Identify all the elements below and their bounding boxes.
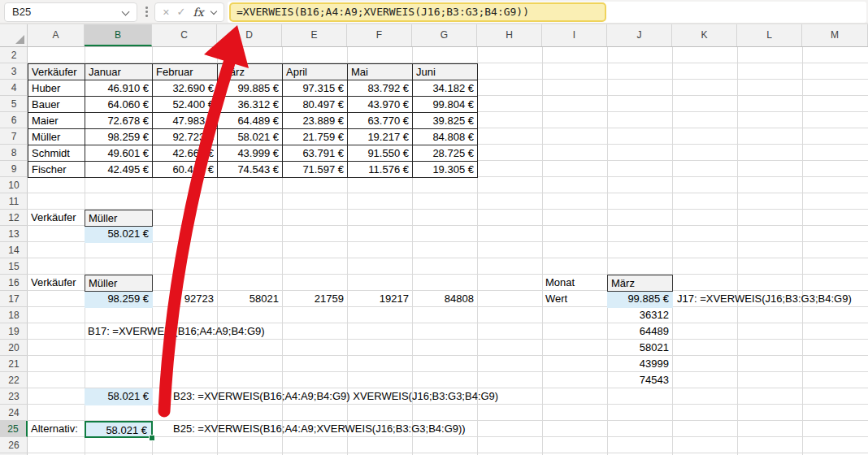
table-cell-E5[interactable]: 80.497 € <box>282 96 348 113</box>
table-cell-G4[interactable]: 34.182 € <box>412 80 478 97</box>
table-cell-D6[interactable]: 64.489 € <box>217 112 283 129</box>
column-header-J[interactable]: J <box>607 24 672 46</box>
table-cell-E7[interactable]: 21.759 € <box>282 128 348 145</box>
row-header-25[interactable]: 25 <box>0 421 28 437</box>
num-e17[interactable]: 21759 <box>282 291 348 308</box>
formula-bar-chevron-down-icon[interactable] <box>210 8 217 15</box>
table-cell-B9[interactable]: 42.495 € <box>85 161 153 178</box>
table-cell-C4[interactable]: 32.690 € <box>152 80 218 97</box>
table-header-F3[interactable]: Mai <box>347 63 413 80</box>
row-header-20[interactable]: 20 <box>0 340 28 356</box>
table-cell-A8[interactable]: Schmidt <box>28 145 85 162</box>
result-j17[interactable]: 99.885 € <box>607 291 673 308</box>
table-cell-F8[interactable]: 91.550 € <box>347 145 413 162</box>
row-header-6[interactable]: 6 <box>0 112 28 128</box>
note-b25[interactable]: B25: =XVERWEIS(B16;A4:A9;XVERWEIS(J16;B3… <box>173 421 466 438</box>
table-cell-C6[interactable]: 47.983 € <box>152 112 218 129</box>
label-wert[interactable]: Wert <box>542 291 567 308</box>
num-c17[interactable]: 92723 <box>152 291 218 308</box>
row-header-7[interactable]: 7 <box>0 128 28 145</box>
name-box[interactable]: B25 <box>4 2 137 22</box>
row-header-17[interactable]: 17 <box>0 291 28 307</box>
row-header-11[interactable]: 11 <box>0 193 28 210</box>
formula-bar-input[interactable]: =XVERWEIS(B16;A4:A9;XVERWEIS(J16;B3:G3;B… <box>229 2 606 22</box>
table-header-G3[interactable]: Juni <box>412 63 478 80</box>
row-header-26[interactable]: 26 <box>0 437 28 453</box>
num-j21[interactable]: 43999 <box>607 356 673 373</box>
table-cell-D7[interactable]: 58.021 € <box>217 128 283 145</box>
table-cell-F6[interactable]: 63.770 € <box>347 112 413 129</box>
row-header-23[interactable]: 23 <box>0 388 28 405</box>
table-cell-A6[interactable]: Maier <box>28 112 85 129</box>
column-header-C[interactable]: C <box>152 24 217 46</box>
table-cell-B4[interactable]: 46.910 € <box>85 80 153 97</box>
column-header-B[interactable]: B <box>85 24 152 46</box>
table-cell-G6[interactable]: 39.825 € <box>412 112 478 129</box>
table-cell-G9[interactable]: 19.305 € <box>412 161 478 178</box>
row-header-22[interactable]: 22 <box>0 372 28 388</box>
cancel-icon[interactable]: × <box>163 6 169 18</box>
table-cell-C8[interactable]: 42.663 € <box>152 145 218 162</box>
table-cell-C5[interactable]: 52.400 € <box>152 96 218 113</box>
label-verkaeufer-12[interactable]: Verkäufer <box>28 210 76 227</box>
column-header-D[interactable]: D <box>217 24 282 46</box>
row-header-9[interactable]: 9 <box>0 161 28 177</box>
table-cell-C9[interactable]: 60.467 € <box>152 161 218 178</box>
num-j20[interactable]: 58021 <box>607 340 673 357</box>
table-cell-D8[interactable]: 43.999 € <box>217 145 283 162</box>
label-verkaeufer-16[interactable]: Verkäufer <box>28 275 76 292</box>
column-header-I[interactable]: I <box>542 24 607 46</box>
column-header-L[interactable]: L <box>737 24 802 46</box>
note-j17[interactable]: J17: =XVERWEIS(J16;B3:G3;B4:G9) <box>677 291 852 308</box>
table-cell-F9[interactable]: 11.576 € <box>347 161 413 178</box>
selection-fill-handle[interactable] <box>149 435 155 441</box>
table-cell-F5[interactable]: 43.970 € <box>347 96 413 113</box>
table-cell-D4[interactable]: 99.885 € <box>217 80 283 97</box>
table-cell-A4[interactable]: Huber <box>28 80 85 97</box>
column-header-K[interactable]: K <box>672 24 737 46</box>
row-header-3[interactable]: 3 <box>0 63 28 80</box>
table-cell-A9[interactable]: Fischer <box>28 161 85 178</box>
table-cell-B8[interactable]: 49.601 € <box>85 145 153 162</box>
table-header-E3[interactable]: April <box>282 63 348 80</box>
result-b17[interactable]: 98.259 € <box>85 291 153 308</box>
input-verkaeufer-12[interactable]: Müller <box>85 210 153 227</box>
input-verkaeufer-16[interactable]: Müller <box>85 275 153 292</box>
result-b23[interactable]: 58.021 € <box>85 388 153 405</box>
row-header-2[interactable]: 2 <box>0 47 28 63</box>
row-header-16[interactable]: 16 <box>0 275 28 291</box>
num-g17[interactable]: 84808 <box>412 291 478 308</box>
result-b25[interactable]: 58.021 € <box>85 421 153 438</box>
table-cell-A5[interactable]: Bauer <box>28 96 85 113</box>
row-header-14[interactable]: 14 <box>0 242 28 258</box>
label-alternativ[interactable]: Alternativ: <box>28 421 78 438</box>
num-f17[interactable]: 19217 <box>347 291 413 308</box>
num-d17[interactable]: 58021 <box>217 291 283 308</box>
table-cell-G8[interactable]: 28.725 € <box>412 145 478 162</box>
note-b23[interactable]: B23: =XVERWEIS(B16;A4:A9;B4:G9) XVERWEIS… <box>173 388 498 405</box>
num-j22[interactable]: 74543 <box>607 372 673 389</box>
table-cell-A7[interactable]: Müller <box>28 128 85 145</box>
column-header-E[interactable]: E <box>282 24 347 46</box>
label-monat[interactable]: Monat <box>542 275 575 292</box>
row-header-15[interactable]: 15 <box>0 258 28 275</box>
table-header-B3[interactable]: Januar <box>85 63 153 80</box>
table-cell-E6[interactable]: 23.889 € <box>282 112 348 129</box>
table-cell-D9[interactable]: 74.543 € <box>217 161 283 178</box>
note-b17[interactable]: B17: =XVERWEIS(B16;A4:A9;B4:G9) <box>88 323 265 340</box>
table-header-A3[interactable]: Verkäufer <box>28 63 85 80</box>
input-monat[interactable]: März <box>607 275 673 292</box>
enter-icon[interactable]: ✓ <box>177 6 186 18</box>
insert-function-fx-icon[interactable]: fx <box>193 6 204 18</box>
select-all-button[interactable] <box>0 24 28 46</box>
table-cell-E9[interactable]: 71.597 € <box>282 161 348 178</box>
table-cell-G5[interactable]: 99.804 € <box>412 96 478 113</box>
table-cell-B6[interactable]: 72.678 € <box>85 112 153 129</box>
row-header-13[interactable]: 13 <box>0 226 28 242</box>
table-cell-F4[interactable]: 83.792 € <box>347 80 413 97</box>
table-cell-E8[interactable]: 63.791 € <box>282 145 348 162</box>
column-header-H[interactable]: H <box>477 24 542 46</box>
name-box-chevron-down-icon[interactable] <box>122 8 130 16</box>
num-j18[interactable]: 36312 <box>607 307 673 324</box>
row-header-21[interactable]: 21 <box>0 356 28 372</box>
